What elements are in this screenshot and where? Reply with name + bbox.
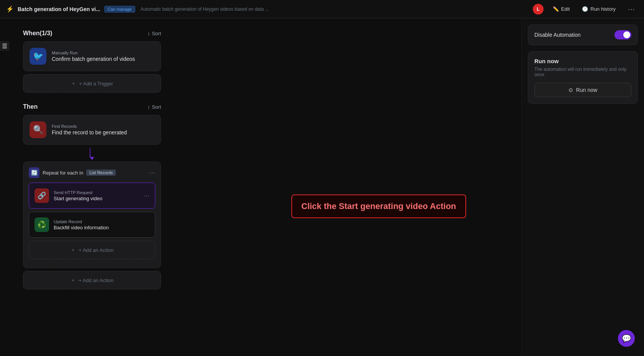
page-title: Batch generation of HeyGen vi... [18, 6, 100, 12]
when-section: When(1/3) ↕ Sort 🐦 Manually Run Confirm … [23, 30, 161, 93]
repeat-more-icon[interactable]: ⋯ [149, 169, 155, 176]
manually-run-card[interactable]: 🐦 Manually Run Confirm batch generation … [23, 41, 161, 71]
add-action-inner-button[interactable]: ＋ + Add an Action [29, 241, 155, 259]
link-icon: 🔗 [38, 191, 46, 200]
repeat-header: 🔄 Repeat for each in List Records ⋯ [29, 167, 155, 178]
manually-run-text: Manually Run Confirm batch generation of… [52, 51, 154, 62]
header-left: ⚡ Batch generation of HeyGen vi... Can m… [6, 5, 533, 13]
add-action-inner-label: + Add an Action [79, 247, 113, 253]
more-options-icon[interactable]: ⋯ [625, 3, 638, 15]
bird-icon: 🐦 [33, 51, 43, 61]
disable-automation-block: Disable Automation [528, 24, 638, 45]
canvas: ☰ When(1/3) ↕ Sort 🐦 Manually Run Confir… [0, 18, 521, 356]
plus-icon: ＋ [71, 80, 76, 87]
run-history-label: Run history [590, 6, 616, 12]
add-action-outer-label: + Add an Action [79, 278, 113, 283]
run-now-button[interactable]: ⊙ Run now [534, 83, 631, 97]
update-record-label: Update Record [54, 219, 150, 224]
http-request-label: Send HTTP Request [54, 190, 139, 195]
callout-text: Click the Start generating video Action [301, 201, 456, 211]
then-title: Then [23, 103, 38, 110]
add-trigger-label: + Add a Trigger [79, 81, 113, 87]
find-records-title: Find the record to be generated [52, 129, 154, 136]
edit-button[interactable]: ✏️ Edit [550, 5, 573, 13]
manually-run-icon: 🐦 [30, 48, 46, 65]
run-now-title: Run now [534, 58, 631, 64]
run-now-block: Run now The automation will run immediat… [528, 51, 638, 104]
run-now-label: Run now [576, 87, 597, 93]
refresh-icon: ♻️ [38, 220, 46, 229]
then-section: Then ↕ Sort 🔍 Find Records Find the reco… [23, 103, 161, 289]
repeat-block: 🔄 Repeat for each in List Records ⋯ 🔗 Se… [23, 162, 161, 268]
when-section-header: When(1/3) ↕ Sort [23, 30, 161, 37]
edit-icon: ✏️ [553, 6, 559, 12]
http-request-icon-bg: 🔗 [34, 188, 49, 203]
manually-run-label: Manually Run [52, 51, 154, 55]
http-request-text: Send HTTP Request Start generating video [54, 190, 139, 201]
then-sort-button[interactable]: ↕ Sort [148, 104, 161, 110]
when-sort-button[interactable]: ↕ Sort [148, 31, 161, 36]
chat-bubble[interactable]: 💬 [618, 330, 635, 347]
add-trigger-button[interactable]: ＋ + Add a Trigger [23, 74, 161, 93]
then-section-header: Then ↕ Sort [23, 103, 161, 110]
update-record-icon-bg: ♻️ [34, 217, 49, 232]
search-icon: 🔍 [33, 125, 43, 135]
sort-icon: ↕ [148, 31, 150, 36]
toggle-knob [623, 31, 630, 38]
callout-tooltip: Click the Start generating video Action [291, 194, 466, 218]
add-action-outer-button[interactable]: ＋ + Add an Action [23, 271, 161, 289]
when-title: When(1/3) [23, 30, 52, 37]
find-records-label: Find Records [52, 124, 154, 129]
plus-icon-inner: ＋ [71, 247, 76, 253]
disable-label: Disable Automation [534, 32, 581, 38]
list-records-badge: List Records [86, 170, 116, 176]
connector-line [90, 148, 90, 157]
header-subtitle: Automatic batch generation of Heygen vid… [141, 7, 269, 12]
run-history-button[interactable]: 🕐 Run history [579, 5, 619, 13]
update-record-card[interactable]: ♻️ Update Record Backfill video informat… [29, 212, 155, 238]
header-right: L ✏️ Edit 🕐 Run history ⋯ [533, 3, 638, 15]
sidebar-toggle[interactable]: ☰ [0, 41, 9, 51]
http-more-icon[interactable]: ⋯ [143, 192, 150, 199]
plus-icon-outer: ＋ [71, 277, 76, 284]
repeat-icon: 🔄 [29, 167, 39, 178]
find-records-card[interactable]: 🔍 Find Records Find the record to be gen… [23, 115, 161, 145]
run-now-description: The automation will run immediately and … [534, 67, 631, 77]
right-panel: Disable Automation Run now The automatio… [521, 18, 644, 356]
disable-toggle[interactable] [614, 30, 631, 39]
find-records-text: Find Records Find the record to be gener… [52, 124, 154, 136]
sort-icon-then: ↕ [148, 104, 150, 110]
chat-icon: 💬 [622, 334, 631, 343]
sidebar-icon: ☰ [2, 42, 7, 50]
update-record-title: Backfill video information [54, 225, 150, 230]
avatar: L [533, 4, 544, 15]
main-layout: ☰ When(1/3) ↕ Sort 🐦 Manually Run Confir… [0, 18, 644, 356]
automation-icon: ⚡ [6, 5, 14, 13]
when-sort-label: Sort [152, 31, 161, 36]
can-manage-badge: Can manage [104, 6, 135, 13]
edit-label: Edit [561, 6, 570, 12]
connector [23, 148, 161, 160]
then-sort-label: Sort [152, 104, 161, 110]
run-now-icon: ⊙ [568, 87, 573, 93]
update-record-text: Update Record Backfill video information [54, 219, 150, 230]
manually-run-title: Confirm batch generation of videos [52, 56, 154, 62]
send-http-request-card[interactable]: 🔗 Send HTTP Request Start generating vid… [29, 183, 155, 209]
history-icon: 🕐 [582, 6, 588, 12]
repeat-label: Repeat for each in [43, 170, 83, 176]
connector-arrow [90, 157, 94, 160]
find-records-icon-bg: 🔍 [30, 121, 46, 138]
http-request-title: Start generating video [54, 196, 139, 201]
header: ⚡ Batch generation of HeyGen vi... Can m… [0, 0, 644, 18]
